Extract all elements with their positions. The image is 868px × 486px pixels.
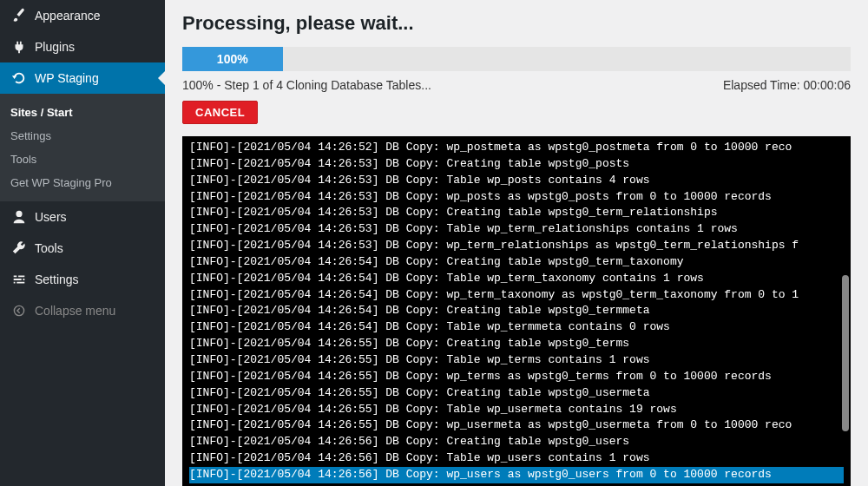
log-console: [INFO]-[2021/05/04 14:26:52] DB Copy: wp…: [182, 136, 851, 486]
log-line: [INFO]-[2021/05/04 14:26:54] DB Copy: Cr…: [189, 303, 844, 319]
log-line: [INFO]-[2021/05/04 14:26:55] DB Copy: Cr…: [189, 336, 844, 352]
sidebar-item-settings[interactable]: Settings: [0, 264, 165, 295]
sidebar-sub-sites-start[interactable]: Sites / Start: [0, 101, 165, 124]
log-line: [INFO]-[2021/05/04 14:26:55] DB Copy: Cr…: [189, 385, 844, 402]
sliders-icon: [10, 271, 28, 288]
log-line: [INFO]-[2021/05/04 14:26:53] DB Copy: wp…: [189, 238, 844, 254]
cancel-row: CANCEL: [182, 101, 851, 124]
sidebar-item-label: Users: [35, 210, 67, 224]
log-line: [INFO]-[2021/05/04 14:26:53] DB Copy: Cr…: [189, 156, 844, 173]
admin-sidebar: Appearance Plugins WP Staging Sites / St…: [0, 0, 165, 486]
brush-icon: [10, 7, 28, 24]
log-line: [INFO]-[2021/05/04 14:26:55] DB Copy: Ta…: [189, 402, 844, 418]
sidebar-item-label: Collapse menu: [35, 304, 115, 318]
status-text: 100% - Step 1 of 4 Cloning Database Tabl…: [182, 78, 431, 92]
log-line: [INFO]-[2021/05/04 14:26:55] DB Copy: wp…: [189, 369, 844, 385]
progress-text: 100%: [217, 52, 248, 66]
sidebar-sub-label: Settings: [10, 129, 51, 142]
user-icon: [10, 208, 28, 226]
sidebar-item-label: Tools: [35, 241, 63, 255]
log-line: [INFO]-[2021/05/04 14:26:55] DB Copy: Ta…: [189, 352, 844, 369]
page-title: Processing, please wait...: [182, 12, 851, 35]
wrench-icon: [10, 240, 28, 257]
sidebar-item-label: WP Staging: [35, 71, 99, 85]
log-line: [INFO]-[2021/05/04 14:26:53] DB Copy: Cr…: [189, 205, 844, 221]
log-line: [INFO]-[2021/05/04 14:26:53] DB Copy: wp…: [189, 189, 844, 206]
sidebar-submenu: Sites / Start Settings Tools Get WP Stag…: [0, 94, 165, 201]
sidebar-item-users[interactable]: Users: [0, 201, 165, 233]
sidebar-sub-label: Get WP Staging Pro: [10, 176, 112, 189]
main-content: Processing, please wait... 100% 100% - S…: [165, 0, 868, 486]
svg-point-0: [14, 305, 23, 315]
sidebar-item-collapse[interactable]: Collapse menu: [0, 295, 165, 326]
log-line: [INFO]-[2021/05/04 14:26:53] DB Copy: Ta…: [189, 173, 844, 189]
sidebar-item-plugins[interactable]: Plugins: [0, 31, 165, 62]
sidebar-sub-settings[interactable]: Settings: [0, 124, 165, 148]
sidebar-sub-label: Sites / Start: [10, 106, 73, 119]
sidebar-item-label: Settings: [35, 273, 79, 286]
log-line: [INFO]-[2021/05/04 14:26:54] DB Copy: wp…: [189, 287, 844, 304]
cancel-button[interactable]: CANCEL: [182, 101, 258, 124]
elapsed-time: Elapsed Time: 00:00:06: [723, 78, 851, 92]
sidebar-item-wpstaging[interactable]: WP Staging: [0, 62, 165, 94]
collapse-icon: [10, 302, 28, 319]
log-line: [INFO]-[2021/05/04 14:26:55] DB Copy: wp…: [189, 417, 844, 434]
scrollbar-thumb[interactable]: [842, 275, 849, 431]
sidebar-sub-label: Tools: [10, 153, 36, 166]
log-line: [INFO]-[2021/05/04 14:26:56] DB Copy: Cr…: [189, 434, 844, 450]
sidebar-item-appearance[interactable]: Appearance: [0, 0, 165, 31]
progress-bar: 100%: [182, 47, 851, 71]
sidebar-item-label: Appearance: [35, 9, 101, 23]
sidebar-item-tools[interactable]: Tools: [0, 233, 165, 264]
log-line: [INFO]-[2021/05/04 14:26:53] DB Copy: Ta…: [189, 221, 844, 238]
refresh-icon: [10, 69, 28, 87]
plugin-icon: [10, 38, 28, 56]
log-line: [INFO]-[2021/05/04 14:26:54] DB Copy: Ta…: [189, 271, 844, 287]
sidebar-item-label: Plugins: [35, 40, 75, 54]
log-line: [INFO]-[2021/05/04 14:26:54] DB Copy: Cr…: [189, 254, 844, 271]
log-line: [INFO]-[2021/05/04 14:26:54] DB Copy: Ta…: [189, 319, 844, 336]
sidebar-sub-get-pro[interactable]: Get WP Staging Pro: [0, 171, 165, 194]
sidebar-sub-tools[interactable]: Tools: [0, 148, 165, 171]
status-row: 100% - Step 1 of 4 Cloning Database Tabl…: [182, 78, 851, 92]
progress-fill: 100%: [182, 47, 283, 71]
log-line: [INFO]-[2021/05/04 14:26:56] DB Copy: Ta…: [189, 450, 844, 467]
log-line: [INFO]-[2021/05/04 14:26:52] DB Copy: wp…: [189, 140, 844, 156]
log-line: [INFO]-[2021/05/04 14:26:56] DB Copy: wp…: [189, 467, 844, 483]
